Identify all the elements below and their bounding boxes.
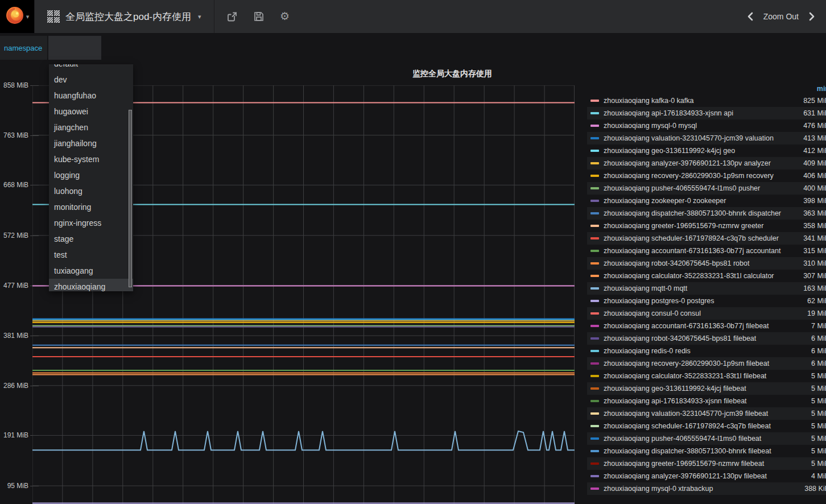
series-color-swatch bbox=[590, 162, 599, 164]
series-color-swatch bbox=[590, 425, 599, 427]
series-min-value: 6 MiB bbox=[790, 334, 826, 342]
series-label: zhouxiaoqiang robot-3420675645-bps81 rob… bbox=[604, 259, 790, 267]
legend-series-row[interactable]: zhouxiaoqiang mysql-0 mysql476 MiB bbox=[587, 119, 826, 132]
series-color-swatch bbox=[590, 100, 599, 102]
y-axis-tick-label: 763 MiB bbox=[0, 131, 28, 139]
series-color-swatch bbox=[590, 337, 599, 340]
series-label: zhouxiaoqiang redis-0 redis bbox=[604, 347, 790, 355]
dropdown-option-nginx-ingress[interactable]: nginx-ingress bbox=[49, 215, 133, 231]
dashboard-title-button[interactable]: 全局监控大盘之pod-内存使用 ▾ bbox=[34, 0, 214, 33]
legend-series-row[interactable]: zhouxiaoqiang scheduler-1671978924-c3q7b… bbox=[587, 420, 826, 432]
legend-series-row[interactable]: zhouxiaoqiang geo-3136119992-k4jcj fileb… bbox=[587, 382, 826, 395]
namespace-value-input[interactable] bbox=[48, 36, 101, 60]
series-min-value: 341 MiB bbox=[790, 234, 826, 242]
grafana-logo-menu[interactable]: ▾ bbox=[0, 0, 34, 33]
legend-series-row[interactable]: zhouxiaoqiang calculator-3522833231-83t1… bbox=[587, 270, 826, 282]
dropdown-option-tuxiaogang[interactable]: tuxiaogang bbox=[49, 263, 133, 279]
series-color-swatch bbox=[590, 350, 599, 352]
dropdown-option-luohong[interactable]: luohong bbox=[49, 183, 133, 199]
y-axis-tick-label: 191 MiB bbox=[0, 431, 28, 439]
series-min-value: 62 MiB bbox=[790, 297, 826, 305]
save-icon[interactable] bbox=[253, 11, 265, 22]
dropdown-option-default[interactable]: default bbox=[49, 64, 133, 72]
series-label: zhouxiaoqiang scheduler-1671978924-c3q7b… bbox=[604, 234, 790, 242]
series-min-value: 307 MiB bbox=[790, 272, 826, 280]
legend-series-row[interactable]: zhouxiaoqiang zookeeper-0 zookeeper398 M… bbox=[587, 195, 826, 207]
legend-series-row[interactable]: zhouxiaoqiang recovery-2860299030-1p9sm … bbox=[587, 170, 826, 182]
legend-series-row[interactable]: zhouxiaoqiang postgres-0 postgres62 MiB bbox=[587, 295, 826, 307]
legend-series-row[interactable]: zhouxiaoqiang robot-3420675645-bps81 rob… bbox=[587, 257, 826, 270]
namespace-dropdown: defaultdevhuangfuhaohugaoweijiangchenjia… bbox=[49, 64, 133, 291]
legend-series-row[interactable]: zhouxiaoqiang geo-3136119992-k4jcj geo41… bbox=[587, 144, 826, 157]
series-color-swatch bbox=[590, 300, 599, 302]
legend-series-row[interactable]: zhouxiaoqiang analyzer-3976690121-130pv … bbox=[587, 470, 826, 482]
series-min-value: 6 MiB bbox=[790, 360, 826, 367]
dropdown-option-huangfuhao[interactable]: huangfuhao bbox=[49, 88, 133, 104]
series-min-value: 5 MiB bbox=[790, 460, 826, 468]
series-label: zhouxiaoqiang geo-3136119992-k4jcj fileb… bbox=[604, 385, 790, 393]
dropdown-option-jiangchen[interactable]: jiangchen bbox=[49, 119, 133, 135]
series-color-swatch bbox=[590, 312, 599, 315]
legend-series-row[interactable]: zhouxiaoqiang valuation-3231045770-jcm39… bbox=[587, 132, 826, 144]
legend-series-row[interactable]: zhouxiaoqiang calculator-3522833231-83t1… bbox=[587, 370, 826, 382]
settings-gear-icon[interactable]: ⚙ bbox=[279, 11, 291, 22]
legend-series-row[interactable]: zhouxiaoqiang scheduler-1671978924-c3q7b… bbox=[587, 232, 826, 245]
dropdown-option-dev[interactable]: dev bbox=[49, 72, 133, 88]
dropdown-option-logging[interactable]: logging bbox=[49, 167, 133, 183]
legend-min-column-header[interactable]: min bbox=[790, 85, 826, 93]
legend-series-row[interactable]: zhouxiaoqiang dispatcher-3880571300-bhnr… bbox=[587, 445, 826, 457]
series-label: zhouxiaoqiang pusher-4065559474-l1ms0 pu… bbox=[604, 184, 790, 192]
legend-series-row[interactable]: zhouxiaoqiang robot-3420675645-bps81 fil… bbox=[587, 332, 826, 345]
series-color-swatch bbox=[590, 250, 599, 252]
series-min-value: 358 MiB bbox=[790, 222, 826, 230]
dashboard-grid-icon bbox=[47, 10, 60, 23]
legend-series-row[interactable]: zhouxiaoqiang api-1761834933-xjsnn fileb… bbox=[587, 395, 826, 407]
series-label: zhouxiaoqiang pusher-4065559474-l1ms0 fi… bbox=[604, 435, 790, 443]
dropdown-scrollbar[interactable] bbox=[129, 110, 132, 287]
series-label: zhouxiaoqiang consul-0 consul bbox=[604, 309, 790, 317]
legend-series-row[interactable]: zhouxiaoqiang consul-0 consul19 MiB bbox=[587, 307, 826, 320]
legend-series-row[interactable]: zhouxiaoqiang recovery-2860299030-1p9sm … bbox=[587, 357, 826, 370]
series-label: zhouxiaoqiang robot-3420675645-bps81 fil… bbox=[604, 334, 790, 342]
series-color-swatch bbox=[590, 200, 599, 202]
series-min-value: 363 MiB bbox=[790, 209, 826, 217]
dropdown-option-monitoring[interactable]: monitoring bbox=[49, 199, 133, 215]
series-min-value: 5 MiB bbox=[790, 410, 826, 418]
legend-header-spacer bbox=[590, 88, 599, 90]
legend-series-row[interactable]: zhouxiaoqiang redis-0 redis6 MiB bbox=[587, 345, 826, 357]
legend-series-row[interactable]: zhouxiaoqiang pusher-4065559474-l1ms0 fi… bbox=[587, 432, 826, 445]
series-min-value: 398 MiB bbox=[790, 197, 826, 205]
legend-series-row[interactable]: zhouxiaoqiang mqtt-0 mqtt163 MiB bbox=[587, 282, 826, 295]
share-icon[interactable] bbox=[227, 11, 238, 22]
chevron-right-icon[interactable] bbox=[808, 11, 816, 22]
legend-series-row[interactable]: zhouxiaoqiang greeter-1969515679-nzmrw f… bbox=[587, 457, 826, 470]
dropdown-option-hugaowei[interactable]: hugaowei bbox=[49, 104, 133, 119]
legend-series-row[interactable]: zhouxiaoqiang greeter-1969515679-nzmrw g… bbox=[587, 220, 826, 232]
chevron-left-icon[interactable] bbox=[746, 11, 754, 22]
series-color-swatch bbox=[590, 462, 599, 465]
dropdown-option-kube-system[interactable]: kube-system bbox=[49, 151, 133, 167]
grafana-logo-icon bbox=[5, 6, 24, 27]
legend-series-row[interactable]: zhouxiaoqiang mysql-0 xtrabackup388 KiB bbox=[587, 482, 826, 495]
dropdown-option-jianghailong[interactable]: jianghailong bbox=[49, 135, 133, 151]
series-label: zhouxiaoqiang calculator-3522833231-83t1… bbox=[604, 272, 790, 280]
dropdown-option-zhouxiaoqiang[interactable]: zhouxiaoqiang bbox=[49, 279, 133, 291]
legend-series-row[interactable]: zhouxiaoqiang analyzer-3976690121-130pv … bbox=[587, 157, 826, 170]
series-min-value: 4 MiB bbox=[790, 472, 826, 480]
series-label: zhouxiaoqiang dispatcher-3880571300-bhnr… bbox=[604, 209, 790, 217]
zoom-out-button[interactable]: Zoom Out bbox=[763, 12, 799, 21]
legend-series-row[interactable]: zhouxiaoqiang kafka-0 kafka825 MiB bbox=[587, 94, 826, 107]
legend-series-row[interactable]: zhouxiaoqiang accountant-673161363-0b77j… bbox=[587, 320, 826, 332]
legend-series-row[interactable]: zhouxiaoqiang accountant-673161363-0b77j… bbox=[587, 245, 826, 257]
legend-series-row[interactable]: zhouxiaoqiang dispatcher-3880571300-bhnr… bbox=[587, 207, 826, 220]
dropdown-option-test[interactable]: test bbox=[49, 247, 133, 263]
series-color-swatch bbox=[590, 325, 599, 327]
series-min-value: 5 MiB bbox=[790, 422, 826, 430]
dropdown-option-stage[interactable]: stage bbox=[49, 231, 133, 247]
legend-series-row[interactable]: zhouxiaoqiang api-1761834933-xjsnn api63… bbox=[587, 107, 826, 119]
panel-title[interactable]: 监控全局大盘内存使用 bbox=[79, 69, 826, 80]
series-label: zhouxiaoqiang valuation-3231045770-jcm39… bbox=[604, 134, 790, 142]
top-navbar: ▾ 全局监控大盘之pod-内存使用 ▾ ⚙ Zoom bbox=[0, 0, 826, 33]
legend-series-row[interactable]: zhouxiaoqiang valuation-3231045770-jcm39… bbox=[587, 407, 826, 420]
legend-series-row[interactable]: zhouxiaoqiang pusher-4065559474-l1ms0 pu… bbox=[587, 182, 826, 195]
